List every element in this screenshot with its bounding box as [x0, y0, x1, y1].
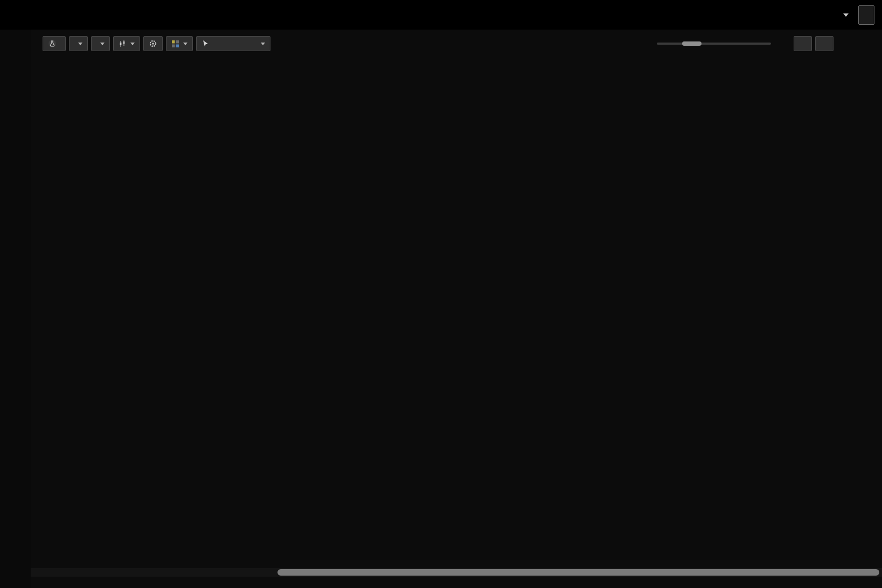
chart-panel [31, 30, 882, 588]
chevron-down-icon [130, 43, 135, 45]
price-chart-canvas[interactable] [35, 58, 878, 550]
zoom-control [644, 43, 784, 45]
range-dropdown[interactable] [91, 36, 110, 51]
load-button[interactable] [815, 36, 834, 51]
collapse-panel-button[interactable] [858, 5, 874, 25]
chevron-down-icon [183, 43, 187, 45]
chevron-down-icon [100, 43, 105, 45]
zoom-out-button[interactable] [644, 43, 650, 44]
active-tool-dropdown[interactable] [196, 36, 270, 51]
timeframe-dropdown[interactable] [69, 36, 88, 51]
app-root [0, 0, 882, 588]
chart-horizontal-scrollbar[interactable] [31, 568, 882, 577]
accounts-dropdown[interactable] [839, 13, 849, 17]
zoom-in-button[interactable] [777, 43, 784, 44]
left-sidebar [0, 30, 31, 588]
pattern-grid-icon [171, 40, 179, 48]
chart-toolbar [35, 35, 834, 52]
gear-icon [149, 39, 157, 48]
chart-type-icon [119, 40, 127, 48]
chevron-down-icon [78, 43, 82, 45]
indicators-button[interactable] [43, 36, 66, 51]
chart-settings-button[interactable] [143, 36, 163, 51]
quote-header [0, 0, 882, 30]
zoom-slider-handle[interactable] [682, 41, 702, 46]
beaker-icon [48, 39, 57, 48]
zoom-slider[interactable] [657, 43, 771, 45]
chart-style-dropdown[interactable] [113, 36, 140, 51]
scrollbar-handle[interactable] [277, 569, 879, 576]
chevron-down-icon [843, 13, 849, 17]
chevron-down-icon [261, 43, 265, 45]
pattern-grid-dropdown[interactable] [166, 36, 193, 51]
cursor-icon [202, 40, 209, 47]
save-button[interactable] [794, 36, 812, 51]
